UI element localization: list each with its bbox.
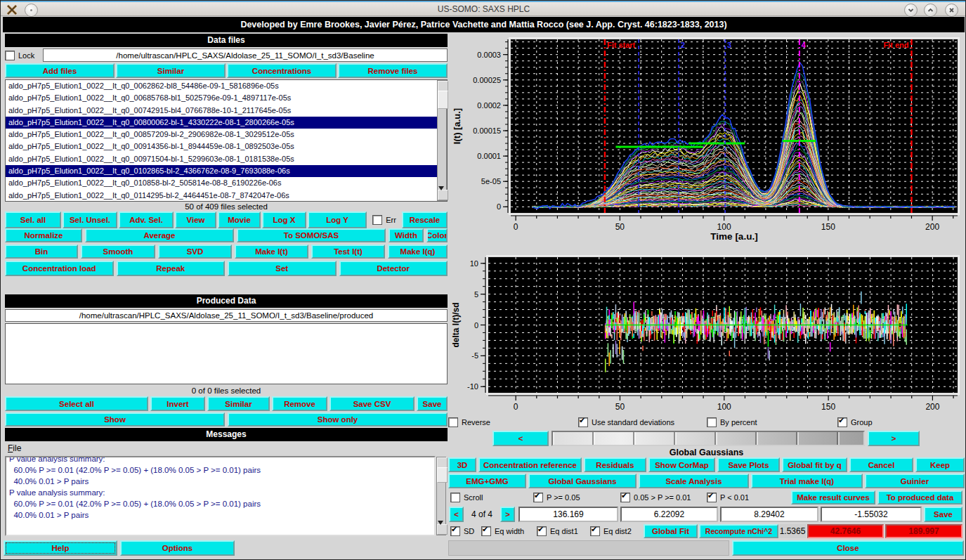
concentration-load-button[interactable]: Concentration load	[5, 261, 114, 276]
err-checkbox[interactable]: Err	[368, 215, 400, 225]
show-cormap-button[interactable]: Show CorMap	[648, 457, 715, 472]
intensity-plot[interactable]: 0501001502000.00030.000250.00020.000150.…	[449, 33, 965, 245]
produced-similar-button[interactable]: Similar	[207, 396, 270, 411]
lock-checkbox-box[interactable]	[5, 51, 15, 60]
file-menu[interactable]: File	[8, 443, 21, 453]
p-lt-001-checkbox[interactable]: P < 0.01	[707, 493, 749, 502]
scale-analysis-button[interactable]: Scale Analysis	[639, 474, 749, 488]
gaussian-distortion-input[interactable]	[821, 507, 922, 522]
produced-save-button[interactable]: Save	[417, 396, 448, 411]
produced-invert-button[interactable]: Invert	[150, 396, 205, 411]
produced-data-list[interactable]	[5, 323, 448, 384]
log-y-button[interactable]: Log Y	[308, 211, 367, 228]
gaussian-save-button[interactable]: Save	[924, 507, 962, 522]
3d-button[interactable]: 3D	[448, 457, 476, 472]
file-list-scrollbar[interactable]	[437, 80, 447, 201]
use-standard-deviations-checkbox[interactable]: Use standard deviations	[578, 417, 674, 427]
window-titlebar[interactable]: US-SOMO: SAXS HPLC	[1, 1, 966, 16]
global-fit-by-q-button[interactable]: Global fit by q	[782, 457, 847, 472]
log-x-button[interactable]: Log X	[262, 211, 306, 228]
gaussian-width-input[interactable]	[620, 507, 718, 522]
scroll-down-icon[interactable]	[438, 190, 448, 200]
gaussian-height-input[interactable]	[720, 507, 818, 522]
select-all-files-button[interactable]: Sel. all	[5, 211, 61, 228]
list-item[interactable]: aldo_pH7p5_Elution1_0022__It_q0_00857209…	[6, 129, 447, 141]
position-wheel[interactable]	[551, 431, 865, 446]
global-gaussians-button[interactable]: Global Gaussians	[528, 474, 637, 488]
test-it-button[interactable]: Test I(t)	[311, 245, 385, 259]
list-item[interactable]: aldo_pH7p5_Elution1_0022__It_q0_0114295-…	[6, 190, 447, 202]
messages-scrollbar[interactable]	[436, 457, 446, 535]
scrollbar-thumb[interactable]	[438, 91, 448, 109]
set-button[interactable]: Set	[228, 261, 337, 276]
scrollbar-thumb[interactable]	[437, 467, 448, 483]
emg-gmg-button[interactable]: EMG+GMG	[448, 474, 526, 488]
advanced-select-button[interactable]: Adv. Sel.	[119, 211, 174, 228]
cancel-button[interactable]: Cancel	[849, 457, 913, 472]
messages-box[interactable]: P value analysis summary: 60.0% P >= 0.0…	[5, 456, 436, 536]
rescale-button[interactable]: Rescale	[402, 211, 448, 228]
select-unselected-button[interactable]: Sel. Unsel.	[63, 211, 117, 228]
list-item[interactable]: aldo_pH7p5_Elution1_0022__It_q0_00685768…	[6, 92, 447, 104]
residuals-button[interactable]: Residuals	[584, 457, 646, 472]
list-item[interactable]: aldo_pH7p5_Elution1_0022__It_q0_00914356…	[6, 141, 447, 152]
maximize-button[interactable]	[924, 4, 937, 17]
make-it-button[interactable]: Make I(t)	[235, 245, 308, 259]
list-item[interactable]: aldo_pH7p5_Elution1_0022__It_q0_0102865-…	[6, 165, 447, 177]
show-only-button[interactable]: Show only	[228, 412, 448, 426]
similar-button[interactable]: Similar	[116, 63, 226, 78]
color-button[interactable]: Color	[426, 228, 448, 242]
normalize-button[interactable]: Normalize	[5, 228, 82, 242]
fit-end-value[interactable]: 189.997	[885, 524, 962, 538]
gaussian-center-input[interactable]	[518, 507, 618, 522]
minimize-button[interactable]	[904, 4, 918, 17]
eq-width-checkbox[interactable]: Eq width	[481, 526, 524, 536]
movie-button[interactable]: Movie	[218, 211, 261, 228]
svd-button[interactable]: SVD	[158, 245, 232, 259]
p-mid-checkbox[interactable]: 0.05 > P >= 0.01	[620, 493, 691, 502]
list-item[interactable]: aldo_pH7p5_Elution1_0022__It_q0_00971504…	[6, 153, 447, 165]
file-list[interactable]: aldo_pH7p5_Elution1_0022__It_q0_0062862-…	[5, 79, 448, 202]
save-plots-button[interactable]: Save Plots	[717, 457, 780, 472]
view-button[interactable]: View	[175, 211, 216, 228]
p-ge-005-checkbox[interactable]: P >= 0.05	[533, 493, 580, 502]
list-item[interactable]: aldo_pH7p5_Elution1_0022__It_q0_0062862-…	[6, 80, 447, 92]
eq-dist1-checkbox[interactable]: Eq dist1	[537, 526, 578, 536]
remove-files-button[interactable]: Remove files	[338, 63, 448, 78]
make-iq-button[interactable]: Make I(q)	[388, 245, 448, 259]
list-item[interactable]: aldo_pH7p5_Elution1_0022__It_q0_010858-b…	[6, 177, 447, 189]
repeak-button[interactable]: Repeak	[117, 261, 226, 276]
gaussian-next-button[interactable]: >	[500, 507, 515, 522]
guinier-button[interactable]: Guinier	[865, 474, 965, 488]
to-somo-sas-button[interactable]: To SOMO/SAS	[237, 228, 386, 242]
residuals-plot[interactable]: 0501001502001050-5-10delta I(t)/sd	[449, 251, 965, 417]
scroll-checkbox[interactable]: Scroll	[450, 493, 483, 502]
group-checkbox[interactable]: Group	[837, 417, 873, 427]
trial-make-iq-button[interactable]: Trial make I(q)	[751, 474, 863, 488]
by-percent-checkbox[interactable]: By percent	[707, 417, 757, 427]
lock-checkbox[interactable]: Lock	[5, 48, 41, 62]
add-files-button[interactable]: Add files	[5, 63, 115, 78]
make-result-curves-button[interactable]: Make result curves	[791, 490, 875, 504]
close-window-button[interactable]	[945, 4, 958, 17]
recompute-nchi2-button[interactable]: Recompute nChi^2	[699, 524, 778, 538]
options-button[interactable]: Options	[120, 540, 235, 556]
width-button[interactable]: Width	[389, 228, 424, 242]
average-button[interactable]: Average	[85, 228, 234, 242]
fit-start-value[interactable]: 42.7646	[807, 524, 884, 538]
keep-button[interactable]: Keep	[915, 457, 965, 472]
show-button[interactable]: Show	[5, 412, 225, 426]
wheel-left-button[interactable]: <	[492, 431, 549, 446]
scroll-down-icon[interactable]	[437, 524, 448, 535]
save-csv-button[interactable]: Save CSV	[329, 396, 415, 411]
list-item[interactable]: aldo_pH7p5_Elution1_0022__It_q0_00742915…	[6, 105, 447, 117]
to-produced-data-button[interactable]: To produced data	[877, 490, 962, 504]
sd-checkbox[interactable]: SD	[450, 526, 474, 536]
reverse-checkbox[interactable]: Reverse	[448, 417, 490, 427]
list-item[interactable]: aldo_pH7p5_Elution1_0022__It_q0_00800062…	[6, 117, 447, 129]
help-button[interactable]: Help	[4, 540, 117, 556]
wheel-right-button[interactable]: >	[868, 431, 920, 446]
global-fit-button[interactable]: Global Fit	[644, 524, 698, 538]
concentration-reference-button[interactable]: Concentration reference	[478, 457, 582, 472]
produced-select-all-button[interactable]: Select all	[5, 396, 148, 411]
